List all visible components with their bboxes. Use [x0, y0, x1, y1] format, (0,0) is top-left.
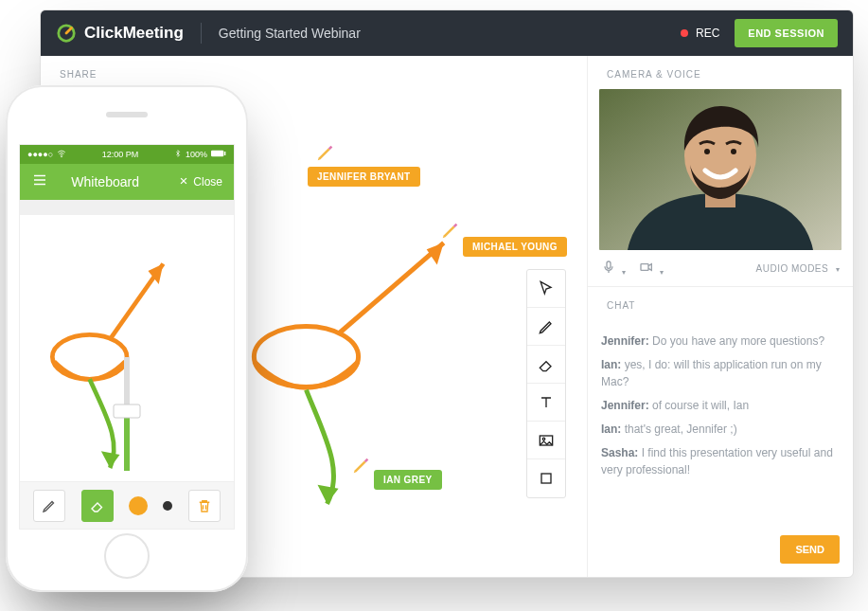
svg-rect-28: [114, 404, 140, 418]
close-icon: [179, 175, 188, 189]
chat-message: Ian: that's great, Jennifer ;): [601, 421, 840, 438]
chevron-down-icon: ▾: [836, 265, 841, 274]
camera-heading: CAMERA & VOICE: [588, 56, 853, 89]
record-dot-icon: [681, 29, 688, 37]
status-time: 12:00 PM: [102, 150, 139, 159]
phone-appbar: Whiteboard Close: [20, 164, 234, 200]
pencil-cursor-icon: [440, 220, 461, 241]
tool-palette: [526, 269, 566, 498]
wifi-icon: [57, 149, 66, 160]
chat-heading: CHAT: [588, 287, 853, 320]
svg-rect-27: [124, 414, 130, 471]
presenter-video[interactable]: [599, 89, 841, 250]
tool-eraser-button[interactable]: [527, 346, 565, 384]
phone-wb-topbar: [20, 200, 234, 215]
tool-cursor-button[interactable]: [527, 270, 565, 308]
pencil-cursor-icon: [315, 142, 336, 163]
battery-label: 100%: [186, 150, 207, 159]
color-swatch-orange[interactable]: [129, 496, 148, 515]
tool-image-button[interactable]: [527, 422, 565, 459]
rec-label: REC: [696, 27, 719, 40]
right-column: CAMERA & VOICE: [588, 56, 853, 577]
phone-tool-delete-button[interactable]: [188, 490, 221, 522]
brand-logo: ClickMeeting: [56, 23, 184, 44]
svg-rect-16: [211, 151, 223, 157]
brand-name: ClickMeeting: [84, 24, 184, 43]
chat-panel: CHAT Jennifer: Do you have any more ques…: [588, 286, 853, 577]
chat-message: Jennifer: Do you have any more questions…: [601, 332, 840, 350]
color-swatch-dark[interactable]: [163, 501, 172, 511]
titlebar: ClickMeeting Getting Started Webinar REC…: [41, 10, 853, 56]
signal-icon: ●●●●○: [27, 150, 53, 159]
audio-modes-button[interactable]: AUDIO MODES ▾: [756, 263, 840, 274]
svg-point-15: [62, 156, 62, 157]
chevron-down-icon: ▾: [622, 268, 626, 277]
tool-rect-button[interactable]: [527, 459, 565, 497]
phone-screen: ●●●●○ 12:00 PM 100% Whiteboard: [19, 144, 235, 530]
send-button[interactable]: SEND: [780, 535, 840, 564]
svg-point-1: [254, 326, 358, 386]
chevron-down-icon: ▾: [660, 268, 664, 277]
appbar-title: Whiteboard: [43, 174, 168, 189]
camera-preview: [588, 89, 853, 250]
bluetooth-icon: [174, 149, 182, 160]
user-tag-ian: IAN GREY: [374, 470, 442, 490]
svg-point-5: [542, 438, 545, 440]
recording-indicator[interactable]: REC: [681, 27, 719, 40]
phone-statusbar: ●●●●○ 12:00 PM 100%: [20, 145, 234, 164]
share-heading: SHARE: [41, 56, 587, 89]
brush-size-slider[interactable]: [108, 352, 146, 476]
appbar-close-button[interactable]: Close: [179, 175, 222, 189]
svg-rect-17: [224, 152, 225, 155]
svg-marker-3: [318, 485, 339, 504]
pencil-cursor-icon: [351, 455, 372, 476]
user-tag-jennifer: JENNIFER BRYANT: [308, 167, 420, 187]
phone-tool-bar: [20, 481, 234, 529]
chat-messages: Jennifer: Do you have any more questions…: [588, 320, 853, 526]
chat-message: Jennifer: of course it will, Ian: [601, 397, 840, 414]
title-separator: [201, 23, 202, 44]
mic-toggle-button[interactable]: ▾: [601, 260, 626, 277]
svg-point-12: [731, 149, 736, 154]
end-session-button[interactable]: END SESSION: [735, 19, 838, 47]
webinar-title: Getting Started Webinar: [219, 26, 361, 41]
phone-mockup: ●●●●○ 12:00 PM 100% Whiteboard: [6, 85, 248, 592]
user-tag-michael: MICHAEL YOUNG: [463, 237, 567, 257]
phone-tool-pencil-button[interactable]: [33, 490, 65, 522]
svg-rect-6: [541, 474, 551, 483]
svg-point-11: [704, 149, 710, 154]
phone-whiteboard[interactable]: [20, 215, 234, 481]
tool-pencil-button[interactable]: [527, 308, 565, 346]
tool-text-button[interactable]: [527, 384, 565, 422]
svg-rect-14: [641, 264, 648, 271]
chat-message: Ian: yes, I do: will this application ru…: [601, 356, 840, 390]
clickmeeting-logo-icon: [56, 23, 77, 44]
camera-toggle-button[interactable]: ▾: [639, 260, 664, 277]
av-controls: ▾ ▾ AUDIO MODES ▾: [588, 250, 853, 286]
battery-icon: [211, 150, 226, 159]
chat-message: Sasha: I find this presentation very use…: [601, 444, 840, 478]
svg-rect-13: [607, 261, 611, 268]
phone-tool-eraser-button[interactable]: [81, 490, 114, 522]
